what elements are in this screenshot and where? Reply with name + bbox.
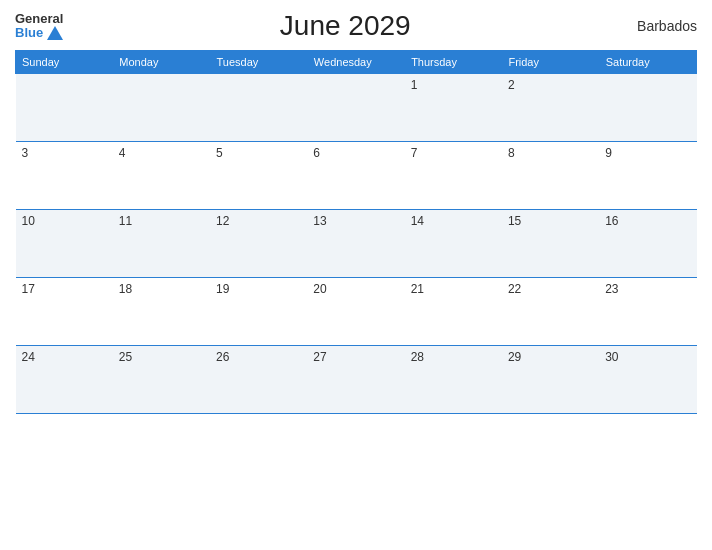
day-number: 25 — [119, 350, 132, 364]
calendar-cell: 6 — [307, 142, 404, 210]
weekday-header-row: Sunday Monday Tuesday Wednesday Thursday… — [16, 51, 697, 74]
logo-general: General — [15, 12, 63, 26]
calendar-cell: 25 — [113, 346, 210, 414]
day-number: 4 — [119, 146, 126, 160]
day-number: 9 — [605, 146, 612, 160]
col-monday: Monday — [113, 51, 210, 74]
logo-blue: Blue — [15, 26, 43, 40]
day-number: 13 — [313, 214, 326, 228]
calendar-cell: 8 — [502, 142, 599, 210]
col-wednesday: Wednesday — [307, 51, 404, 74]
day-number: 18 — [119, 282, 132, 296]
calendar-cell: 24 — [16, 346, 113, 414]
col-friday: Friday — [502, 51, 599, 74]
calendar-header: General Blue June 2029 Barbados — [15, 10, 697, 42]
calendar-week-row: 12 — [16, 74, 697, 142]
col-tuesday: Tuesday — [210, 51, 307, 74]
calendar-cell: 12 — [210, 210, 307, 278]
day-number: 21 — [411, 282, 424, 296]
day-number: 6 — [313, 146, 320, 160]
calendar-cell: 1 — [405, 74, 502, 142]
day-number: 17 — [22, 282, 35, 296]
calendar-cell: 20 — [307, 278, 404, 346]
calendar-cell: 27 — [307, 346, 404, 414]
calendar-cell: 28 — [405, 346, 502, 414]
logo: General Blue — [15, 12, 63, 41]
col-sunday: Sunday — [16, 51, 113, 74]
calendar-cell: 13 — [307, 210, 404, 278]
day-number: 14 — [411, 214, 424, 228]
day-number: 1 — [411, 78, 418, 92]
calendar-cell: 4 — [113, 142, 210, 210]
calendar-week-row: 10111213141516 — [16, 210, 697, 278]
calendar-week-row: 24252627282930 — [16, 346, 697, 414]
calendar-cell: 18 — [113, 278, 210, 346]
day-number: 26 — [216, 350, 229, 364]
day-number: 24 — [22, 350, 35, 364]
col-thursday: Thursday — [405, 51, 502, 74]
day-number: 15 — [508, 214, 521, 228]
calendar-week-row: 17181920212223 — [16, 278, 697, 346]
calendar-cell — [599, 74, 696, 142]
day-number: 11 — [119, 214, 132, 228]
calendar-cell: 30 — [599, 346, 696, 414]
day-number: 5 — [216, 146, 223, 160]
day-number: 23 — [605, 282, 618, 296]
day-number: 16 — [605, 214, 618, 228]
calendar-cell — [210, 74, 307, 142]
calendar-cell: 17 — [16, 278, 113, 346]
calendar-cell: 15 — [502, 210, 599, 278]
calendar-cell: 21 — [405, 278, 502, 346]
calendar-week-row: 3456789 — [16, 142, 697, 210]
calendar-cell: 7 — [405, 142, 502, 210]
day-number: 3 — [22, 146, 29, 160]
day-number: 19 — [216, 282, 229, 296]
calendar-cell — [16, 74, 113, 142]
calendar-cell: 23 — [599, 278, 696, 346]
day-number: 8 — [508, 146, 515, 160]
day-number: 29 — [508, 350, 521, 364]
calendar-title: June 2029 — [63, 10, 627, 42]
day-number: 10 — [22, 214, 35, 228]
day-number: 30 — [605, 350, 618, 364]
day-number: 28 — [411, 350, 424, 364]
region-label: Barbados — [627, 18, 697, 34]
calendar-cell: 11 — [113, 210, 210, 278]
calendar-cell: 9 — [599, 142, 696, 210]
calendar-cell — [113, 74, 210, 142]
calendar-cell: 19 — [210, 278, 307, 346]
calendar-cell — [307, 74, 404, 142]
calendar-cell: 5 — [210, 142, 307, 210]
day-number: 27 — [313, 350, 326, 364]
calendar-cell: 29 — [502, 346, 599, 414]
calendar-cell: 10 — [16, 210, 113, 278]
calendar-cell: 14 — [405, 210, 502, 278]
calendar-table: Sunday Monday Tuesday Wednesday Thursday… — [15, 50, 697, 414]
calendar-cell: 3 — [16, 142, 113, 210]
day-number: 22 — [508, 282, 521, 296]
day-number: 20 — [313, 282, 326, 296]
day-number: 12 — [216, 214, 229, 228]
calendar-cell: 16 — [599, 210, 696, 278]
col-saturday: Saturday — [599, 51, 696, 74]
calendar-page: General Blue June 2029 Barbados Sunday M… — [0, 0, 712, 550]
calendar-cell: 22 — [502, 278, 599, 346]
logo-triangle-icon — [47, 26, 63, 40]
calendar-cell: 26 — [210, 346, 307, 414]
day-number: 2 — [508, 78, 515, 92]
day-number: 7 — [411, 146, 418, 160]
calendar-cell: 2 — [502, 74, 599, 142]
